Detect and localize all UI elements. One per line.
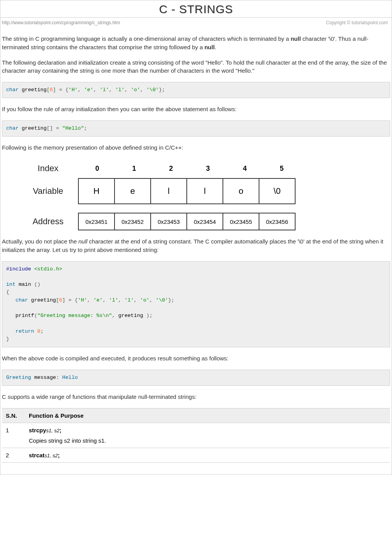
code-block-program: #include <stdio.h> int main () { char gr… <box>2 261 390 348</box>
diagram-variable-cell: o <box>223 178 259 204</box>
diagram-variable-cell: H <box>78 178 115 204</box>
copyright-text: Copyright © tutorialspoint.com <box>326 20 388 25</box>
diagram-index-cell: 2 <box>153 159 189 178</box>
table-cell-fp: strcats1, s2; <box>25 448 390 462</box>
table-cell-sn: 2 <box>2 448 25 462</box>
paragraph-memory: Following is the memory presentation of … <box>2 143 390 152</box>
paragraph-rule: If you follow the rule of array initiali… <box>2 105 390 113</box>
code-block-greeting-array: char greeting[6] = {'H', 'e', 'l', 'l', … <box>2 82 390 98</box>
table-cell-sn: 1 <box>2 423 25 448</box>
code-block-greeting-string: char greeting[] = "Hello"; <box>2 120 390 137</box>
diagram-index-cell: 3 <box>189 159 226 178</box>
diagram-address-cell: 0x23451 <box>78 213 115 230</box>
page-title: C - STRINGS <box>0 0 392 18</box>
diagram-address-cell: 0x23455 <box>223 213 259 230</box>
table-row: 2 strcats1, s2; <box>2 448 390 462</box>
diagram-address-cell: 0x23456 <box>259 213 296 230</box>
diagram-index-cell: 1 <box>116 159 153 178</box>
diagram-address-cell: 0x23454 <box>186 213 223 230</box>
paragraph-declaration: The following declaration and initializa… <box>2 58 390 75</box>
table-header-sn: S.N. <box>2 408 25 423</box>
memory-diagram: Index 0 1 2 3 4 5 Variable H e l l o \0 … <box>25 159 390 230</box>
diagram-variable-cell: l <box>150 178 187 204</box>
diagram-variable-cell: l <box>186 178 223 204</box>
diagram-label-address: Address <box>25 217 79 227</box>
diagram-address-cell: 0x23452 <box>114 213 151 230</box>
paragraph-intro: The string in C programming language is … <box>2 35 390 52</box>
diagram-address-cell: 0x23453 <box>150 213 187 230</box>
paragraph-actually: Actually, you do not place the null char… <box>2 237 390 254</box>
paragraph-result: When the above code is compiled and exec… <box>2 354 390 363</box>
table-header-fp: Function & Purpose <box>25 408 390 423</box>
table-row: 1 strcpys1, s2; Copies string s2 into st… <box>2 423 390 448</box>
meta-row: http://www.tutorialspoint.com/cprogrammi… <box>0 18 392 28</box>
diagram-index-cell: 5 <box>263 159 300 178</box>
diagram-label-index: Index <box>25 163 79 173</box>
functions-table: S.N. Function & Purpose 1 strcpys1, s2; … <box>2 408 390 463</box>
code-block-output: Greeting message: Hello <box>2 370 390 386</box>
diagram-index-cell: 0 <box>79 159 116 178</box>
table-cell-fp: strcpys1, s2; Copies string s2 into stri… <box>25 423 390 448</box>
source-url[interactable]: http://www.tutorialspoint.com/cprogrammi… <box>2 20 120 25</box>
diagram-variable-cell: e <box>114 178 151 204</box>
diagram-variable-cell: \0 <box>259 178 296 204</box>
paragraph-functions: C supports a wide range of functions tha… <box>2 393 390 401</box>
diagram-index-cell: 4 <box>226 159 263 178</box>
diagram-label-variable: Variable <box>25 186 79 196</box>
